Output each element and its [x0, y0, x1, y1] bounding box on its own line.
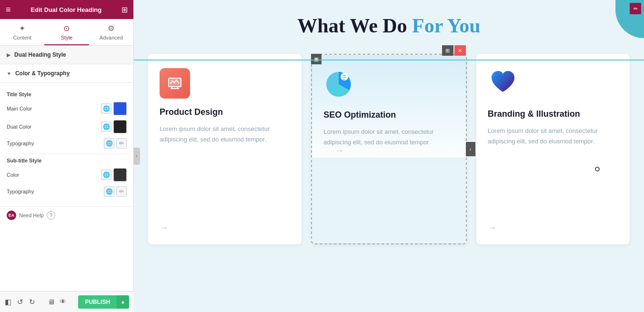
dual-color-label: Dual Color [7, 124, 31, 130]
device-icons: 🖥 👁 [48, 298, 66, 306]
style-tab-label: Style [61, 35, 72, 40]
product-design-arrow: → [160, 223, 168, 233]
layers-icon[interactable]: ◧ [5, 298, 11, 306]
content-tab-icon: ✦ [19, 24, 25, 33]
panel-bottom-bar: ◧ ↺ ↻ 🖥 👁 PUBLISH ▲ [0, 291, 134, 312]
seo-deco-bg [312, 158, 465, 243]
title-typography-row: Typography 🌐 ✏ [7, 138, 127, 149]
heading-part2: For You [412, 15, 481, 37]
subtitle-typography-actions: 🌐 ✏ [104, 186, 127, 197]
heading-area: What We Do For You [134, 0, 644, 47]
subtitle-color-globe[interactable]: 🌐 [101, 170, 111, 180]
main-color-label: Main Color [7, 106, 32, 111]
subtitle-color-label: Color [7, 172, 19, 178]
collapse-arrow-color: ▼ [7, 71, 11, 76]
hamburger-icon[interactable]: ≡ [6, 5, 11, 15]
seo-ctrl-topleft[interactable]: ▣ [311, 54, 322, 64]
panel-title: Edit Dual Color Heading [11, 6, 121, 13]
title-typography-globe[interactable]: 🌐 [104, 138, 114, 149]
main-color-globe[interactable]: 🌐 [101, 103, 111, 114]
tab-style[interactable]: ⊙ Style [44, 19, 89, 45]
tab-content[interactable]: ✦ Content [0, 19, 44, 45]
cards-area: Product Design Lorem ipsum dolor sit ame… [134, 54, 644, 244]
product-design-title: Product Design [160, 107, 290, 117]
main-heading: What We Do For You [143, 14, 634, 37]
color-typography-header[interactable]: ▼ Color & Typography [0, 64, 133, 83]
seo-ctrl-close[interactable]: ✕ [454, 45, 466, 56]
grid-icon[interactable]: ⊞ [121, 5, 128, 14]
divider-1 [7, 153, 127, 154]
heading-part1: What We Do [297, 15, 412, 37]
dual-color-row: Dual Color 🌐 [7, 120, 127, 133]
dual-color-swatch[interactable] [113, 120, 127, 133]
history-icon[interactable]: ↺ [17, 298, 23, 306]
title-typography-label: Typography [7, 141, 34, 146]
subtitle-typography-label: Typography [7, 189, 34, 194]
advanced-tab-icon: ⚙ [108, 24, 114, 33]
advanced-tab-label: Advanced [100, 35, 123, 40]
branding-icon [488, 68, 518, 99]
brand-icon-wrap [488, 68, 618, 101]
seo-text: Lorem ipsum dolor sit amet, consectetur … [323, 127, 454, 148]
style-tab-icon: ⊙ [63, 24, 70, 33]
main-content-area: ✏ What We Do For You [134, 0, 644, 312]
branding-arrow: → [488, 223, 496, 233]
main-color-row: Main Color 🌐 [7, 102, 127, 115]
color-typography-content: Title Style Main Color 🌐 Dual Color 🌐 [0, 83, 133, 206]
subtitle-color-row: Color 🌐 [7, 168, 127, 181]
svg-rect-9 [343, 79, 345, 80]
subtitle-typography-globe[interactable]: 🌐 [104, 186, 114, 197]
title-typography-pencil[interactable]: ✏ [116, 138, 127, 149]
panel-tabs: ✦ Content ⊙ Style ⚙ Advanced [0, 19, 133, 46]
panel-topbar: ≡ Edit Dual Color Heading ⊞ [0, 0, 133, 19]
subtitle-typography-row: Typography 🌐 ✏ [7, 186, 127, 197]
seo-ctrl-grid[interactable]: ⊞ [442, 45, 453, 56]
collapse-arrow-dual: ▶ [7, 52, 10, 58]
seo-title: SEO Optimization [323, 110, 454, 120]
branding-text: Lorem ipsum dolor sit amet, consectetur … [488, 126, 618, 147]
dual-color-actions: 🌐 [101, 120, 127, 133]
subtitle-typography-pencil[interactable]: ✏ [116, 186, 127, 197]
desktop-icon[interactable]: 🖥 [48, 298, 55, 306]
publish-button[interactable]: PUBLISH [78, 295, 117, 309]
product-design-text: Lorem ipsum dolor sit amet, consectetur … [160, 124, 290, 145]
card-branding: Branding & Illustration Lorem ipsum dolo… [476, 54, 630, 244]
svg-rect-7 [343, 75, 346, 76]
need-help-section[interactable]: EA Need Help ? [0, 206, 133, 224]
settings-icon[interactable]: ↻ [29, 298, 35, 306]
seo-arrow: → [335, 146, 465, 156]
main-color-actions: 🌐 [101, 102, 127, 115]
bottom-left-icons: ◧ ↺ ↻ [5, 298, 35, 306]
seo-card-controls: ⊞ ✕ [442, 45, 466, 56]
subtitle-style-heading: Sub-title Style [7, 158, 127, 163]
panel-body: ▶ Dual Heading Style ▼ Color & Typograph… [0, 46, 133, 312]
seo-ctrl-right[interactable]: ‹ [466, 142, 475, 156]
need-help-label: Need Help [19, 212, 44, 218]
title-typography-actions: 🌐 ✏ [104, 138, 127, 149]
edit-icon[interactable]: ✏ [630, 3, 641, 14]
seo-chart-icon [323, 69, 354, 100]
color-typography-label: Color & Typography [15, 70, 70, 77]
dual-heading-style-header[interactable]: ▶ Dual Heading Style [0, 46, 133, 64]
product-icon-wrap [160, 68, 290, 99]
content-tab-label: Content [13, 35, 31, 40]
card-seo-optimization: ⊞ ✕ ▣ ‹ SEO Optimization [311, 54, 466, 244]
ea-badge: EA [7, 211, 16, 220]
tab-advanced[interactable]: ⚙ Advanced [89, 19, 133, 45]
subtitle-color-swatch[interactable] [113, 168, 127, 181]
publish-group: PUBLISH ▲ [78, 295, 129, 309]
help-question-icon: ? [47, 211, 55, 220]
panel-collapse-button[interactable]: ‹ [133, 148, 140, 165]
subtitle-color-actions: 🌐 [101, 168, 127, 181]
card-product-design: Product Design Lorem ipsum dolor sit ame… [148, 54, 302, 244]
dual-heading-style-label: Dual Heading Style [14, 51, 66, 58]
svg-rect-8 [343, 77, 346, 78]
product-design-icon [160, 68, 190, 99]
main-color-swatch[interactable] [113, 102, 127, 115]
eye-icon[interactable]: 👁 [60, 298, 66, 306]
dual-color-globe[interactable]: 🌐 [101, 121, 111, 132]
publish-dropdown-button[interactable]: ▲ [117, 295, 129, 309]
title-style-heading: Title Style [7, 91, 127, 97]
left-panel: ≡ Edit Dual Color Heading ⊞ ✦ Content ⊙ … [0, 0, 134, 312]
branding-title: Branding & Illustration [488, 109, 618, 119]
